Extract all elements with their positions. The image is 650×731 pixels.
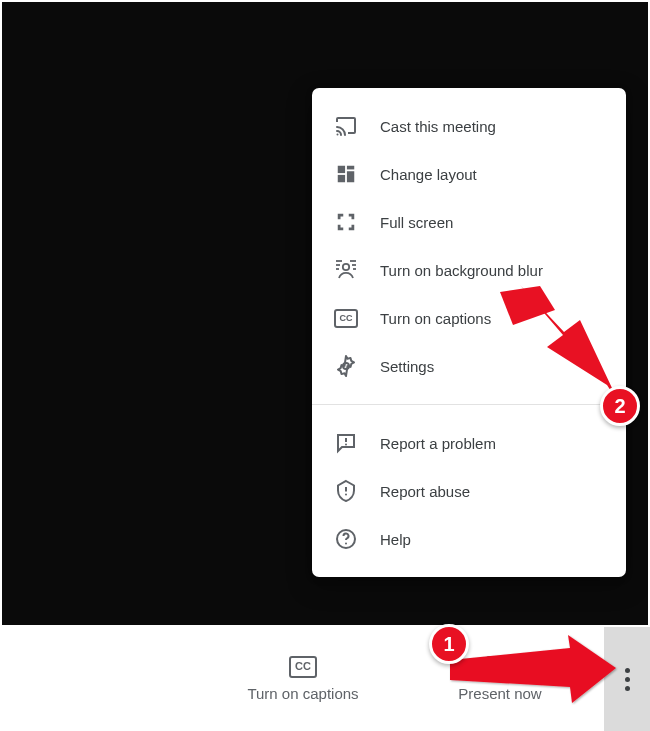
blur-icon xyxy=(334,258,358,282)
menu-label: Turn on background blur xyxy=(380,262,543,279)
menu-item-report-abuse[interactable]: Report abuse xyxy=(312,467,626,515)
menu-item-settings[interactable]: Settings xyxy=(312,342,626,390)
cast-icon xyxy=(334,114,358,138)
menu-label: Help xyxy=(380,531,411,548)
svg-point-18 xyxy=(345,543,347,545)
svg-rect-4 xyxy=(338,175,345,182)
gear-icon xyxy=(334,354,358,378)
captions-label: Turn on captions xyxy=(218,685,388,702)
captions-icon: CC xyxy=(334,306,358,330)
menu-label: Report a problem xyxy=(380,435,496,452)
feedback-icon xyxy=(334,431,358,455)
more-options-menu: Cast this meeting Change layout Full scr… xyxy=(312,88,626,577)
report-abuse-icon xyxy=(334,479,358,503)
svg-rect-1 xyxy=(338,166,345,173)
more-vertical-icon xyxy=(625,668,630,691)
help-icon xyxy=(334,527,358,551)
menu-label: Settings xyxy=(380,358,434,375)
present-now-button[interactable]: Present now xyxy=(430,657,570,702)
menu-section-2: Report a problem Report abuse Help xyxy=(312,405,626,577)
svg-point-16 xyxy=(345,494,347,496)
present-label: Present now xyxy=(430,685,570,702)
more-options-button[interactable] xyxy=(604,627,650,731)
svg-rect-2 xyxy=(347,166,354,170)
menu-item-cast[interactable]: Cast this meeting xyxy=(312,102,626,150)
menu-item-report-problem[interactable]: Report a problem xyxy=(312,419,626,467)
bottom-toolbar: CC Turn on captions Present now xyxy=(0,627,650,731)
captions-icon: CC xyxy=(289,657,317,677)
svg-point-5 xyxy=(343,264,349,270)
menu-label: Report abuse xyxy=(380,483,470,500)
menu-item-background-blur[interactable]: Turn on background blur xyxy=(312,246,626,294)
svg-point-14 xyxy=(345,444,347,446)
layout-icon xyxy=(334,162,358,186)
captions-button[interactable]: CC Turn on captions xyxy=(218,657,388,702)
menu-item-captions[interactable]: CC Turn on captions xyxy=(312,294,626,342)
menu-section-1: Cast this meeting Change layout Full scr… xyxy=(312,88,626,404)
menu-item-help[interactable]: Help xyxy=(312,515,626,563)
menu-label: Turn on captions xyxy=(380,310,491,327)
menu-label: Full screen xyxy=(380,214,453,231)
menu-item-layout[interactable]: Change layout xyxy=(312,150,626,198)
svg-point-0 xyxy=(337,134,339,136)
present-icon xyxy=(486,657,514,677)
menu-item-fullscreen[interactable]: Full screen xyxy=(312,198,626,246)
menu-label: Cast this meeting xyxy=(380,118,496,135)
svg-rect-3 xyxy=(347,171,354,182)
fullscreen-icon xyxy=(334,210,358,234)
menu-label: Change layout xyxy=(380,166,477,183)
